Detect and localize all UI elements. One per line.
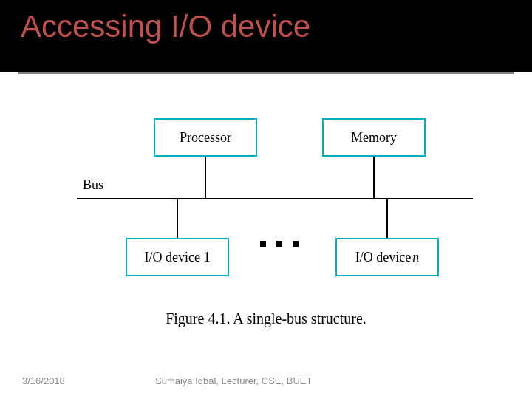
figure-caption: Figure 4.1. A single-bus structure. (0, 310, 532, 327)
bus-label: Bus (83, 177, 103, 193)
footer-date: 3/16/2018 (22, 375, 65, 386)
io-device-n-prefix: I/O device (355, 250, 411, 265)
dot-icon (260, 241, 266, 247)
io-device-n-var: n (412, 250, 419, 265)
dot-icon (276, 241, 282, 247)
stub-io1 (177, 200, 178, 238)
slide-title: Accessing I/O device (21, 9, 310, 44)
box-memory: Memory (322, 118, 426, 157)
bus-line (77, 198, 473, 200)
box-io-device-1: I/O device 1 (126, 238, 229, 276)
dot-icon (293, 241, 299, 247)
box-processor: Processor (154, 118, 257, 157)
footer-author: Sumaiya Iqbal, Lecturer, CSE, BUET (155, 375, 312, 386)
slide: Accessing I/O device Processor Memory Bu… (0, 0, 532, 399)
stub-ion (386, 200, 388, 238)
box-io-device-n: I/O device n (335, 238, 439, 276)
stub-processor (205, 157, 206, 198)
stub-memory (373, 157, 375, 198)
title-underline (18, 72, 514, 74)
ellipsis-icon (260, 241, 299, 247)
